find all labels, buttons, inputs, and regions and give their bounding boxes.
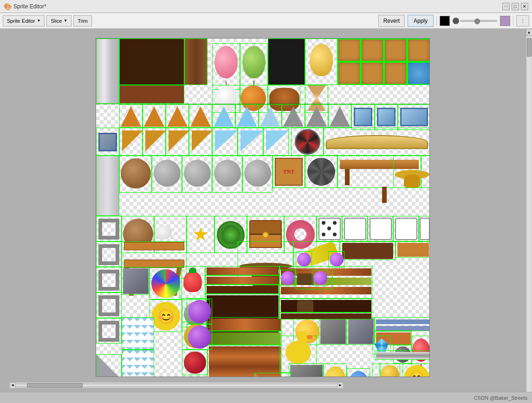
toolbar-divider (436, 16, 437, 26)
slider-track[interactable] (460, 20, 497, 22)
canvas-area[interactable]: TNT (0, 29, 526, 403)
bottom-bar: CSDN @Baker_Streets (0, 392, 532, 403)
window-title: Sprite Editor* (13, 3, 46, 10)
sprite-sheet-container: TNT (96, 38, 430, 377)
slider-dot (453, 18, 459, 24)
scroll-right-button[interactable]: ► (337, 382, 344, 389)
color-preview-light[interactable] (500, 16, 510, 26)
vertical-scrollbar[interactable]: ▲ ▼ (526, 29, 532, 403)
title-bar: 🎨 Sprite Editor* ⋯ □ ✕ (0, 0, 532, 13)
title-bar-left: 🎨 Sprite Editor* (4, 3, 46, 10)
title-icon: 🎨 (4, 3, 12, 10)
main-area: TNT (0, 29, 532, 403)
toolbar: Sprite Editor ▼ Slice ▼ Trim Revert Appl… (0, 13, 532, 29)
restore-button[interactable]: □ (512, 3, 519, 10)
toolbar-divider-2 (513, 16, 513, 26)
title-bar-controls[interactable]: ⋯ □ ✕ (502, 3, 528, 10)
scroll-up-button[interactable]: ▲ (526, 29, 532, 35)
credit-text: CSDN @Baker_Streets (474, 395, 527, 401)
scroll-left-button[interactable]: ◄ (9, 382, 16, 389)
toolbar-right: Revert Apply ⋮ (378, 15, 529, 27)
color-preview-dark[interactable] (440, 16, 450, 26)
close-button[interactable]: ✕ (521, 3, 528, 10)
menu-button[interactable]: ⋯ (502, 3, 510, 10)
dropdown-arrow-sprite: ▼ (37, 19, 41, 23)
sprite-editor-dropdown[interactable]: Sprite Editor ▼ (3, 15, 45, 26)
apply-button[interactable]: Apply (408, 15, 434, 27)
brightness-slider[interactable] (453, 18, 497, 24)
slice-dropdown[interactable]: Slice ▼ (46, 15, 71, 26)
sprite-atlas: TNT (96, 39, 430, 377)
horizontal-scroll-thumb[interactable] (27, 383, 83, 388)
extra-button[interactable]: ⋮ (516, 15, 529, 26)
horizontal-scrollbar[interactable]: ◄ ► (9, 382, 344, 388)
trim-button[interactable]: Trim (73, 15, 92, 26)
vertical-scroll-thumb[interactable] (527, 38, 532, 57)
revert-button[interactable]: Revert (378, 15, 405, 27)
dropdown-arrow-slice: ▼ (64, 19, 67, 23)
slider-handle[interactable] (474, 19, 480, 24)
